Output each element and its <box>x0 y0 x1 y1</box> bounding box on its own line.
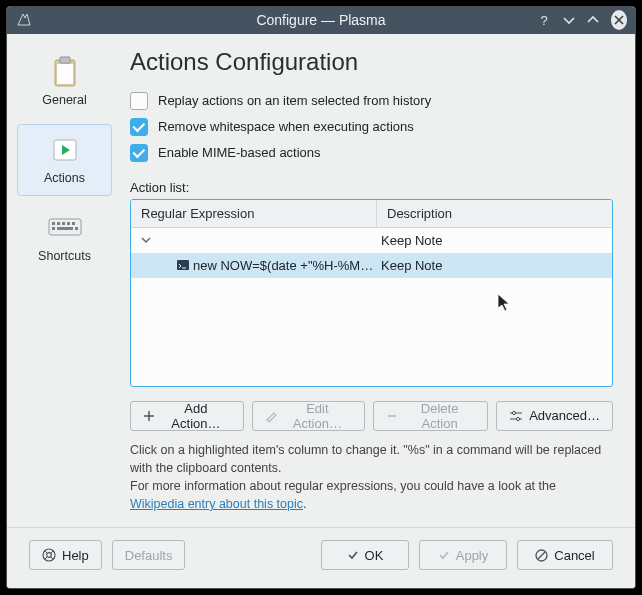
tree-row[interactable]: new NOW=$(date +"%H-%M… Keep Note <box>131 253 612 278</box>
sidebar-item-actions[interactable]: Actions <box>17 124 112 196</box>
plus-icon <box>143 410 155 422</box>
sidebar-item-label: Actions <box>44 171 85 185</box>
spacer <box>195 540 311 570</box>
svg-rect-3 <box>60 57 70 63</box>
clipboard-icon <box>45 55 85 89</box>
help-icon[interactable]: ? <box>537 11 552 29</box>
sidebar-item-label: General <box>42 93 86 107</box>
play-icon <box>45 133 85 167</box>
cancel-icon <box>535 549 548 562</box>
checkbox-icon[interactable] <box>130 144 148 162</box>
check-icon <box>347 549 359 561</box>
hint-line1: Click on a highlighted item's column to … <box>130 443 601 475</box>
delete-action-button[interactable]: Delete Action <box>373 401 488 431</box>
svg-point-20 <box>47 553 52 558</box>
ok-button[interactable]: OK <box>321 540 409 570</box>
action-tree[interactable]: Regular Expression Description Keep Note <box>130 199 613 387</box>
keyboard-icon <box>45 211 85 245</box>
app-menu-icon[interactable] <box>15 11 33 29</box>
check-replay[interactable]: Replay actions on an item selected from … <box>130 92 613 110</box>
minimize-icon[interactable] <box>562 11 577 29</box>
wikipedia-link[interactable]: Wikipedia entry about this topic <box>130 497 303 511</box>
cell-desc[interactable]: Keep Note <box>377 258 612 273</box>
titlebar[interactable]: Configure — Plasma ? <box>7 7 635 34</box>
advanced-button[interactable]: Advanced… <box>496 401 613 431</box>
cell-desc[interactable]: Keep Note <box>377 233 612 248</box>
check-mime[interactable]: Enable MIME-based actions <box>130 144 613 162</box>
edit-action-button[interactable]: Edit Action… <box>252 401 365 431</box>
maximize-icon[interactable] <box>586 11 601 29</box>
minus-icon <box>386 410 398 422</box>
svg-rect-4 <box>57 64 73 84</box>
tree-header[interactable]: Regular Expression Description <box>131 200 612 228</box>
terminal-icon <box>175 257 191 273</box>
tree-body: Keep Note new NOW=$(date +"%H-%M… Keep N… <box>131 228 612 386</box>
tree-row[interactable]: Keep Note <box>131 228 612 253</box>
checkbox-icon[interactable] <box>130 118 148 136</box>
configure-window: Configure — Plasma ? General <box>6 6 636 589</box>
hint-line2a: For more information about regular expre… <box>130 479 556 493</box>
svg-text:?: ? <box>541 13 548 27</box>
check-label: Remove whitespace when executing actions <box>158 119 414 134</box>
action-list-label: Action list: <box>130 180 613 195</box>
apply-button[interactable]: Apply <box>419 540 507 570</box>
hint-line2b: . <box>303 497 306 511</box>
cancel-button[interactable]: Cancel <box>517 540 613 570</box>
sidebar-item-label: Shortcuts <box>38 249 91 263</box>
page-title: Actions Configuration <box>130 48 613 76</box>
btn-label: Apply <box>456 548 489 563</box>
check-icon <box>438 549 450 561</box>
close-icon[interactable] <box>611 10 627 30</box>
chevron-down-icon[interactable] <box>139 233 153 247</box>
col-desc[interactable]: Description <box>377 200 612 227</box>
sidebar: General Actions Shortcuts <box>7 34 122 528</box>
btn-label: Help <box>62 548 89 563</box>
svg-point-18 <box>517 417 520 420</box>
svg-rect-8 <box>52 222 55 225</box>
svg-rect-12 <box>72 222 75 225</box>
btn-label: Advanced… <box>529 408 600 423</box>
col-regex[interactable]: Regular Expression <box>131 200 377 227</box>
svg-point-19 <box>43 549 55 561</box>
window-title: Configure — Plasma <box>105 12 537 28</box>
btn-label: Defaults <box>125 548 173 563</box>
btn-label: Delete Action <box>404 401 475 431</box>
svg-rect-13 <box>52 227 55 230</box>
svg-rect-14 <box>57 227 73 230</box>
pencil-icon <box>265 410 277 422</box>
sidebar-item-general[interactable]: General <box>17 46 112 118</box>
content: Actions Configuration Replay actions on … <box>122 34 635 528</box>
lifebuoy-icon <box>42 548 56 562</box>
sidebar-item-shortcuts[interactable]: Shortcuts <box>17 202 112 274</box>
svg-rect-15 <box>75 227 78 230</box>
dialog-footer: Help Defaults OK Apply Cancel <box>7 527 635 588</box>
svg-point-17 <box>513 411 516 414</box>
action-buttons: Add Action… Edit Action… Delete Action A… <box>130 401 613 431</box>
check-label: Enable MIME-based actions <box>158 145 321 160</box>
btn-label: Add Action… <box>161 401 231 431</box>
svg-rect-9 <box>57 222 60 225</box>
checkbox-icon[interactable] <box>130 92 148 110</box>
cell-regex[interactable]: new NOW=$(date +"%H-%M… <box>193 258 373 273</box>
btn-label: OK <box>365 548 384 563</box>
btn-label: Cancel <box>554 548 594 563</box>
sliders-icon <box>509 410 523 422</box>
body: General Actions Shortcuts Actions Con <box>7 34 635 528</box>
check-label: Replay actions on an item selected from … <box>158 93 431 108</box>
check-whitespace[interactable]: Remove whitespace when executing actions <box>130 118 613 136</box>
hint-text: Click on a highlighted item's column to … <box>130 441 613 514</box>
defaults-button[interactable]: Defaults <box>112 540 186 570</box>
add-action-button[interactable]: Add Action… <box>130 401 244 431</box>
svg-rect-11 <box>67 222 70 225</box>
svg-rect-10 <box>62 222 65 225</box>
help-button[interactable]: Help <box>29 540 102 570</box>
btn-label: Edit Action… <box>283 401 352 431</box>
svg-marker-0 <box>18 14 30 25</box>
